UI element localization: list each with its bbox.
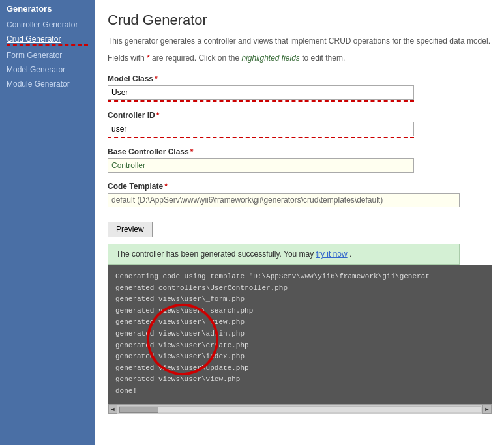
description: This generator generates a controller an… <box>108 35 492 47</box>
output-line-1: generated controllers\UserController.php <box>115 283 484 294</box>
model-class-label: Model Class * <box>108 74 492 83</box>
sidebar-title: Generators <box>0 0 95 18</box>
sidebar: Generators Controller Generator Crud Gen… <box>0 0 95 445</box>
sidebar-item-controller[interactable]: Controller Generator <box>0 18 95 32</box>
instructions-middle: are required. Click on the <box>152 53 241 63</box>
base-controller-input[interactable] <box>108 158 414 173</box>
model-class-input[interactable] <box>108 85 414 100</box>
controller-id-group: Controller ID * <box>108 111 492 138</box>
output-line-7: generated views\user\index.php <box>115 351 484 363</box>
main-content: Crud Generator This generator generates … <box>95 0 504 445</box>
sidebar-item-model[interactable]: Model Generator <box>0 63 95 77</box>
output-line-9: generated views\user\view.php <box>115 374 484 386</box>
page-title: Crud Generator <box>108 12 492 29</box>
output-line-8: generated views\user\update.php <box>115 363 484 375</box>
model-class-required: * <box>155 74 158 83</box>
scroll-right-arrow[interactable]: ► <box>482 405 492 414</box>
preview-button[interactable]: Preview <box>108 222 153 237</box>
controller-id-dashed <box>108 136 414 138</box>
success-box: The controller has been generated succes… <box>108 244 460 265</box>
instructions-prefix: Fields with <box>108 53 147 63</box>
output-line-4: generated views\user\_view.php <box>115 317 484 328</box>
instructions-suffix: to edit them. <box>302 53 345 63</box>
base-controller-group: Base Controller Class * <box>108 147 492 173</box>
controller-id-required: * <box>156 111 160 120</box>
model-class-group: Model Class * <box>108 74 492 102</box>
controller-id-label: Controller ID * <box>108 111 492 120</box>
code-template-label: Code Template * <box>108 182 492 191</box>
scroll-thumb[interactable] <box>119 407 158 413</box>
code-template-input[interactable] <box>108 193 460 207</box>
instructions: Fields with * are required. Click on the… <box>108 53 492 63</box>
controller-id-input[interactable] <box>108 122 414 136</box>
model-class-dashed <box>108 100 414 102</box>
base-controller-label: Base Controller Class * <box>108 147 492 156</box>
code-template-required: * <box>164 182 168 191</box>
try-it-now-link[interactable]: try it now <box>316 250 348 259</box>
horizontal-scrollbar[interactable]: ◄ ► <box>108 404 492 414</box>
highlighted-fields-link[interactable]: highlighted fields <box>241 53 299 63</box>
output-line-2: generated views\user\_form.php <box>115 294 484 306</box>
success-period: . <box>349 250 351 259</box>
base-controller-required: * <box>190 147 194 156</box>
code-output: Generating code using template "D:\AppSe… <box>108 265 492 404</box>
sidebar-item-crud[interactable]: Crud Generator <box>0 32 95 48</box>
output-line-3: generated views\user\_search.php <box>115 306 484 317</box>
required-star: * <box>147 53 150 63</box>
sidebar-item-form[interactable]: Form Generator <box>0 48 95 63</box>
scroll-left-arrow[interactable]: ◄ <box>108 405 117 414</box>
output-line-5: generated views\user\admin.php <box>115 328 484 340</box>
scroll-track[interactable] <box>119 406 481 412</box>
success-message-text: The controller has been generated succes… <box>116 250 316 259</box>
code-template-group: Code Template * <box>108 182 492 207</box>
output-line-0: Generating code using template "D:\AppSe… <box>115 271 484 283</box>
output-line-6: generated views\user\create.php <box>115 340 484 352</box>
output-wrapper: Generating code using template "D:\AppSe… <box>108 265 492 414</box>
sidebar-item-module[interactable]: Module Generator <box>0 77 95 91</box>
output-line-10: done! <box>115 386 484 397</box>
